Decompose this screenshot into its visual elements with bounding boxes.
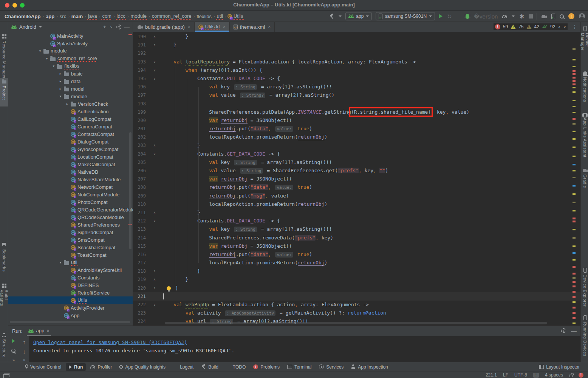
chevron-collapsed-icon[interactable]: ▸ [57, 87, 64, 91]
run-button[interactable] [439, 14, 443, 19]
fold-close-icon[interactable]: ∧ [147, 275, 162, 284]
line-number[interactable]: 199 [133, 108, 147, 116]
toolwindow-button-problems[interactable]: !Problems [250, 363, 283, 371]
line-number[interactable]: 208 [133, 183, 147, 191]
tree-item-activityprovider[interactable]: ActivityProvider [8, 304, 133, 312]
caret-position[interactable]: 221:1 [486, 372, 497, 378]
line-number[interactable]: 224 [133, 317, 147, 326]
breadcrumb-item-java[interactable]: java [87, 13, 98, 20]
line-number[interactable]: 219 [133, 275, 147, 284]
hide-panel-icon[interactable]: — [124, 24, 130, 30]
build-chevron-down-icon[interactable] [339, 15, 342, 17]
rerun-button[interactable] [12, 339, 15, 343]
chevron-expanded-icon[interactable]: ▾ [57, 94, 64, 98]
tree-item-model[interactable]: ▸model [8, 85, 133, 93]
code-line-198[interactable]: 198 [133, 100, 580, 108]
breadcrumb-item-flexlibs[interactable]: flexlibs [196, 13, 212, 20]
code-line-222[interactable]: 222∨ val webPopUp = FlexLambda.action { … [133, 301, 580, 309]
run-settings-icon[interactable] [561, 328, 566, 333]
line-number[interactable]: 212 [133, 217, 147, 225]
tree-item-contactscompat[interactable]: ContactsCompat [8, 130, 133, 138]
tree-item-smscompat[interactable]: SmsCompat [8, 236, 133, 244]
breadcrumb-item-com[interactable]: com [101, 13, 112, 20]
apply-changes-icon[interactable] [456, 14, 461, 18]
tool-stripe-device-manager[interactable]: Device Manager [581, 25, 588, 66]
tree-item-dialogcompat[interactable]: DialogCompat [8, 138, 133, 145]
toolwindow-button-app-inspection[interactable]: App Inspection [348, 363, 391, 371]
line-number[interactable]: 217 [133, 259, 147, 267]
fold-close-icon[interactable]: ∧ [147, 284, 162, 292]
indent-setting[interactable]: 4 spaces [545, 372, 563, 378]
code-line-204[interactable]: 204∨ Constants.GET_DATA_CODE -> { [133, 150, 580, 158]
code-line-215[interactable]: 215 var returnObj = JSONObject() [133, 242, 580, 250]
run-configuration-select[interactable]: app [345, 12, 372, 20]
line-number[interactable]: 220 [133, 284, 147, 292]
project-view-mode[interactable]: Android [19, 24, 36, 30]
code-line-220[interactable]: 220∧} [133, 284, 580, 292]
tool-stripe-running-devices[interactable]: Running Devices [581, 314, 588, 359]
next-problem-icon[interactable]: ∨ [563, 25, 566, 29]
line-number[interactable]: 222 [133, 301, 147, 309]
restart-activity-icon[interactable]: ↻ [447, 14, 452, 19]
chevron-collapsed-icon[interactable]: ▸ [57, 72, 64, 76]
line-number[interactable]: 202 [133, 133, 147, 141]
tree-item-cameracompat[interactable]: CameraCompat [8, 123, 133, 130]
tree-item-signpadcompat[interactable]: SignPadCompat [8, 228, 133, 236]
tree-item-locationcompat[interactable]: LocationCompat [8, 153, 133, 160]
tree-item-makecallcompat[interactable]: MakeCallCompat [8, 160, 133, 168]
breadcrumb-item-utils[interactable]: Utils [233, 13, 244, 20]
up-stack-trace-icon[interactable]: ↑ [23, 339, 26, 345]
inspections-level-icon[interactable]: ! [533, 373, 539, 378]
breadcrumb-item-common_ref_core[interactable]: common_ref_core [151, 13, 192, 20]
line-number[interactable]: 204 [133, 150, 147, 158]
line-number[interactable]: 216 [133, 250, 147, 259]
line-separator[interactable]: LF [503, 372, 508, 378]
profiler-chevron-down-icon[interactable] [512, 15, 515, 17]
close-icon[interactable]: × [188, 24, 190, 29]
code-line-209[interactable]: 209 returnObj.put("msg", value) [133, 192, 580, 200]
line-number[interactable]: 211 [133, 208, 147, 217]
tool-stripe-gradle[interactable]: Gradle [581, 167, 588, 190]
tree-item-nativedb[interactable]: NativeDB [8, 168, 133, 176]
line-number[interactable]: 198 [133, 100, 147, 108]
line-number[interactable]: 195 [133, 74, 147, 83]
tree-item-calllogcompat[interactable]: CallLogCompat [8, 115, 133, 123]
run-config-settings-icon[interactable] [11, 349, 16, 353]
toolwindow-button-todo[interactable]: TODO [223, 363, 249, 371]
toolwindow-button-build[interactable]: Build [198, 363, 221, 371]
line-number[interactable]: 213 [133, 225, 147, 233]
tree-item-snackbarcompat[interactable]: SnackbarCompat [8, 244, 133, 251]
tree-item-authentication[interactable]: Authentication [8, 108, 133, 115]
line-number[interactable]: 200 [133, 116, 147, 125]
line-number[interactable]: 214 [133, 234, 147, 242]
tool-window-switcher-icon[interactable] [5, 373, 9, 377]
tool-stripe-device-explorer[interactable]: Device Explorer [581, 267, 588, 309]
line-number[interactable]: 206 [133, 167, 147, 175]
run-tab-app[interactable]: app × [27, 326, 51, 336]
code-line-206[interactable]: 206 val value : String = SharedPreferenc… [133, 167, 580, 175]
breadcrumb-item-main[interactable]: main [71, 13, 84, 20]
tree-item-common_ref_core[interactable]: ▾common_ref_core [8, 55, 133, 62]
toolwindow-button-run[interactable]: Run [66, 363, 86, 371]
line-number[interactable]: 209 [133, 192, 147, 200]
unlocked-icon[interactable] [569, 375, 573, 377]
fold-close-icon[interactable]: ∧ [147, 41, 162, 49]
toolwindow-button-profiler[interactable]: Profiler [87, 363, 115, 371]
line-number[interactable]: 205 [133, 158, 147, 167]
tree-item-splashactivity[interactable]: SplashActivity [8, 40, 133, 47]
fold-open-icon[interactable]: ∨ [147, 74, 162, 83]
code-line-221[interactable]: 221 [133, 292, 580, 301]
code-line-190[interactable]: 190∧ } [133, 32, 580, 41]
inspections-widget[interactable]: ! 59 75 42 ✓✓ 92 ∧ ∨ [494, 23, 568, 30]
tree-item-toastcompat[interactable]: ToastCompat [8, 251, 133, 259]
tree-item-versioncheck[interactable]: ▸VersionCheck [8, 100, 133, 108]
code-line-199[interactable]: 199 SharedPreferences.putData(App.INSTAN… [133, 108, 580, 116]
debug-button[interactable] [466, 14, 469, 19]
tree-vertical-scrollbar[interactable] [129, 132, 132, 249]
tool-stripe-build-variants[interactable]: Build Variants [0, 282, 8, 319]
tool-stripe-app-links-assistant[interactable]: App Links Assistant [581, 112, 588, 162]
close-icon[interactable]: × [268, 24, 271, 29]
tree-item-qrcodescanmodule[interactable]: QRCodeScanModule [8, 213, 133, 221]
tool-stripe-bookmarks[interactable]: Bookmarks [0, 242, 8, 273]
tree-item-utils[interactable]: Utils [8, 296, 133, 304]
